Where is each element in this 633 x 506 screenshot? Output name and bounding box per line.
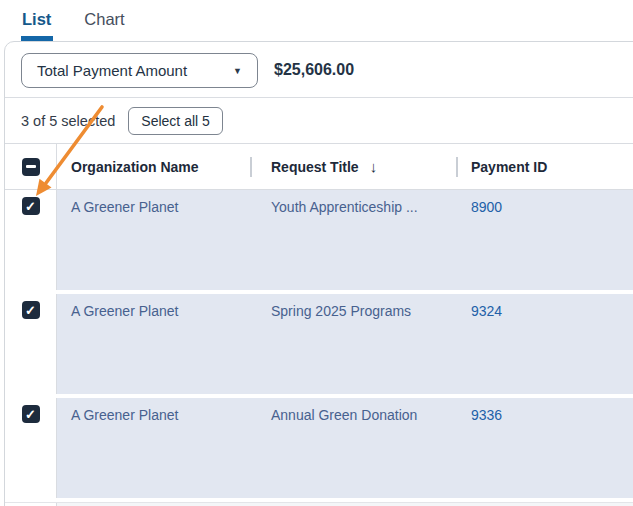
check-icon: ✓: [25, 408, 36, 421]
table-row: ✓ A Greener Planet Spring 2025 Programs …: [5, 294, 633, 394]
row-checkbox-cell: ✓: [5, 294, 57, 394]
tab-bar: List Chart: [0, 0, 633, 41]
check-icon: ✓: [25, 200, 36, 213]
row-checkbox[interactable]: ✓: [22, 405, 40, 423]
organization-link[interactable]: A Greener Planet: [71, 303, 178, 319]
select-all-checkbox[interactable]: [22, 158, 40, 176]
row-content: A Greener Planet Spring 2025 Programs 93…: [57, 294, 633, 394]
metric-selector-dropdown[interactable]: Total Payment Amount ▼: [21, 53, 258, 88]
row-checkbox[interactable]: ✓: [22, 301, 40, 319]
column-header-request-title[interactable]: Request Title ↓: [251, 158, 457, 175]
chevron-down-icon: ▼: [233, 66, 242, 76]
metric-selector-value: Total Payment Amount: [37, 62, 187, 79]
organization-link[interactable]: A Greener Planet: [71, 199, 178, 215]
payment-id-link[interactable]: 9324: [471, 303, 502, 319]
payment-id-link[interactable]: 9336: [471, 407, 502, 423]
check-icon: ✓: [25, 304, 36, 317]
column-header-payment-id[interactable]: Payment ID: [457, 159, 633, 175]
tab-chart[interactable]: Chart: [84, 9, 124, 41]
request-title-link[interactable]: Spring 2025 Programs: [271, 302, 411, 320]
row-checkbox-cell: ✓: [5, 398, 57, 498]
organization-link[interactable]: A Greener Planet: [71, 407, 178, 423]
indeterminate-icon: [26, 165, 36, 168]
table-row: ✓ A Greener Planet Annual Green Donation…: [5, 398, 633, 498]
next-row-partial: [5, 502, 633, 506]
selection-status: 3 of 5 selected: [21, 113, 115, 129]
row-content: A Greener Planet Youth Apprenticeship ..…: [57, 190, 633, 290]
row-content: A Greener Planet Annual Green Donation 9…: [57, 398, 633, 498]
selection-row: 3 of 5 selected Select all 5: [5, 98, 633, 143]
payments-list-page: List Chart Total Payment Amount ▼ $25,60…: [0, 0, 633, 506]
sort-desc-icon: ↓: [370, 158, 378, 175]
metric-row: Total Payment Amount ▼ $25,606.00: [5, 42, 633, 98]
total-amount-value: $25,606.00: [274, 61, 354, 79]
column-header-organization[interactable]: Organization Name: [57, 159, 251, 175]
row-checkbox[interactable]: ✓: [22, 197, 40, 215]
row-checkbox-cell: ✓: [5, 190, 57, 290]
table-header: Organization Name Request Title ↓ Paymen…: [5, 143, 633, 190]
header-checkbox-cell: [5, 144, 57, 189]
column-header-request-title-label: Request Title: [271, 159, 359, 175]
list-panel: Total Payment Amount ▼ $25,606.00 3 of 5…: [4, 41, 633, 506]
table-row: ✓ A Greener Planet Youth Apprenticeship …: [5, 190, 633, 290]
request-title-link[interactable]: Youth Apprenticeship ...: [271, 198, 418, 216]
tab-list[interactable]: List: [22, 9, 51, 41]
payment-id-link[interactable]: 8900: [471, 199, 502, 215]
request-title-link[interactable]: Annual Green Donation: [271, 406, 417, 424]
select-all-button[interactable]: Select all 5: [128, 107, 222, 135]
